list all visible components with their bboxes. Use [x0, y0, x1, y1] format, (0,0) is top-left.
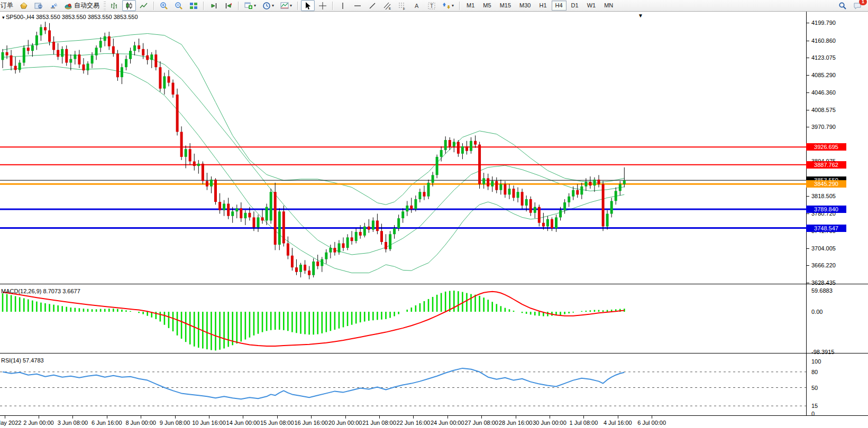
candle-body [129, 51, 132, 59]
candle-body [363, 227, 366, 236]
timeframe-button-d1[interactable]: D1 [568, 1, 582, 11]
gold-icon [20, 2, 28, 10]
price-tick-label: 4008.575 [811, 107, 836, 113]
candle-body [461, 146, 464, 154]
price-tick-label: 3628.435 [811, 280, 836, 286]
timeframe-button-m15[interactable]: M15 [496, 1, 515, 11]
candle-body [308, 271, 310, 275]
periods-button[interactable]: ▾ [260, 0, 277, 11]
price-tick [806, 41, 809, 41]
bar-chart-button[interactable] [107, 0, 121, 11]
trendline-button[interactable] [366, 0, 379, 11]
candle-body [206, 181, 208, 187]
candle-body [87, 63, 89, 70]
time-tick [72, 416, 73, 418]
text-button[interactable]: A [410, 0, 424, 11]
candle-body [551, 219, 553, 228]
macd-axis-label: 0.00 [811, 309, 823, 315]
tile-windows-button[interactable] [187, 0, 200, 11]
chart-shift-marker[interactable]: ▼ [638, 13, 643, 18]
price-level-badge: 3789.840 [806, 206, 846, 213]
profile-button[interactable] [32, 0, 45, 11]
candle-body [487, 178, 489, 187]
zoom-in-icon [160, 2, 168, 10]
candlestick-icon [125, 2, 133, 10]
time-tick-label: 9 Jun 08:00 [160, 420, 190, 426]
time-tick-label: 15 Jun 08:00 [260, 420, 294, 426]
candle-body [482, 178, 485, 184]
zoom-out-button[interactable] [172, 0, 186, 11]
price-axis[interactable]: 4199.7904160.8604123.0754085.2904046.360… [806, 0, 868, 428]
toolbar-separator [153, 2, 154, 10]
vertical-line-button[interactable] [336, 0, 350, 11]
signal-button[interactable] [47, 0, 60, 11]
gold-nugget-icon[interactable] [17, 0, 31, 11]
crosshair-icon [318, 2, 327, 10]
channel-button[interactable]: E [380, 0, 394, 11]
quick-trade-expander[interactable]: ▾ [2, 15, 6, 20]
time-tick-label: 27 Jun 08:00 [464, 420, 498, 426]
candle-body [23, 48, 25, 62]
candle-chart-button[interactable] [122, 0, 136, 11]
timeframe-button-m1[interactable]: M1 [463, 1, 478, 11]
line-chart-icon [140, 2, 148, 10]
rsi-panel[interactable] [0, 355, 868, 415]
symbol-ohlc-header: ▾ SP500-,H4 3853.550 3853.550 3853.550 3… [2, 14, 138, 20]
timeframe-button-m30[interactable]: M30 [516, 1, 534, 11]
timeframe-button-h1[interactable]: H1 [535, 1, 550, 11]
candle-body [227, 204, 230, 216]
candle-body [312, 262, 315, 275]
toolbar-grip [104, 2, 106, 10]
time-tick-label: 16 Jun 16:00 [294, 420, 328, 426]
candle-body [376, 220, 379, 231]
candle-body [83, 64, 85, 70]
candle-body [478, 145, 481, 184]
fibonacci-button[interactable]: F [395, 0, 409, 11]
chart-shift-button[interactable] [222, 0, 235, 11]
time-tick [447, 416, 448, 418]
timeframe-button-m5[interactable]: M5 [479, 1, 495, 11]
candle-body [513, 189, 515, 198]
candle-body [397, 218, 400, 228]
candle-body [146, 55, 149, 60]
candle-body [329, 248, 332, 253]
candle-body [584, 182, 587, 187]
new-order-button[interactable]: 订单 [0, 0, 16, 11]
time-axis[interactable]: 31 May 20222 Jun 00:003 Jun 08:006 Jun 1… [0, 416, 868, 428]
timeframe-button-w1[interactable]: W1 [583, 1, 600, 11]
candle-body [436, 157, 438, 175]
indicators-button[interactable]: ▾ [278, 0, 295, 11]
arrows-button[interactable]: ▾ [440, 0, 456, 11]
candle-body [576, 190, 579, 195]
price-chart-panel[interactable] [0, 12, 868, 284]
candle-body [116, 53, 119, 77]
auto-scroll-button[interactable] [207, 0, 221, 11]
candle-body [623, 180, 626, 184]
candle-body [593, 180, 596, 185]
line-chart-button[interactable] [137, 0, 151, 11]
candle-body [69, 59, 72, 63]
candle-body [534, 207, 536, 213]
cursor-button[interactable] [301, 0, 315, 11]
timeframe-button-mn[interactable]: MN [600, 1, 617, 11]
new-chart-button[interactable]: ▾ [242, 0, 259, 11]
timeframe-button-h4[interactable]: H4 [552, 1, 567, 11]
horizontal-line-button[interactable] [351, 0, 364, 11]
macd-panel[interactable] [0, 286, 868, 353]
auto-trading-button[interactable]: 自动交易 [61, 0, 102, 11]
zoom-in-button[interactable] [157, 0, 171, 11]
candlestick-chart[interactable] [0, 12, 806, 284]
bar-chart-icon [110, 2, 118, 10]
crosshair-button[interactable] [316, 0, 330, 11]
candle-body [95, 48, 98, 55]
timeframe-toolbar: M1M5M15M30H1H4D1W1MN [462, 1, 617, 11]
time-tick-label: 14 Jun 00:00 [226, 420, 260, 426]
candle-body [517, 192, 519, 198]
candle-body [351, 237, 353, 241]
text-label-button[interactable]: T [425, 0, 438, 11]
candle-body [427, 183, 430, 197]
candle-body [223, 204, 225, 210]
rsi-line [3, 368, 624, 399]
candle-body [125, 59, 127, 68]
candle-body [44, 27, 47, 30]
